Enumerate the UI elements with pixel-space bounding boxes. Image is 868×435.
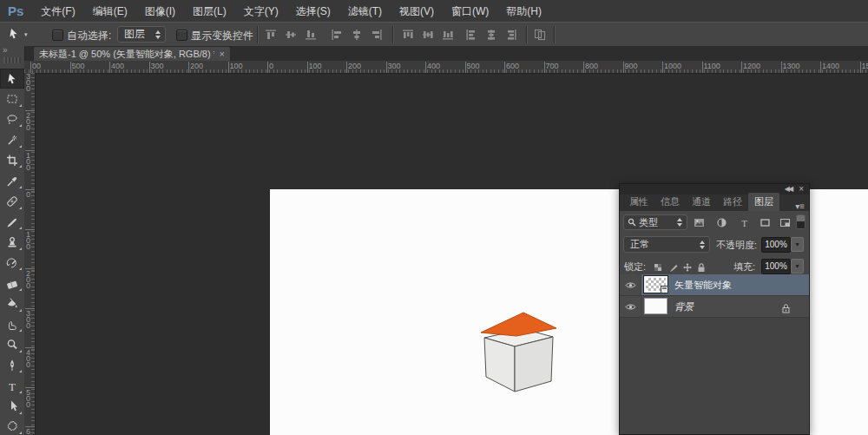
opacity-label[interactable]: 不透明度: [716,239,757,252]
panel-tab-1[interactable]: 信息 [654,193,686,211]
shape-tool[interactable] [0,417,24,435]
tool-flyout-indicator [19,329,22,332]
menu-item-8[interactable]: 窗口(W) [443,1,497,22]
panel-tab-4[interactable]: 图层 [748,193,779,211]
healing-brush-tool[interactable] [0,192,24,212]
menu-item-3[interactable]: 图层(L) [184,1,235,22]
ruler-tick [741,62,742,73]
ruler-tick [504,62,505,73]
dist-left-icon[interactable] [464,28,478,42]
path-select-tool[interactable] [0,397,24,417]
ruler-tick [70,62,71,73]
tool-flyout-indicator [19,432,22,434]
smart-object-thumbnail[interactable] [644,276,667,293]
close-tab-icon[interactable]: × [220,49,225,59]
opacity-dropdown-icon[interactable]: ▾ [791,237,804,252]
layer-row-0[interactable]: 矢量智能对象 [620,274,809,296]
background-thumbnail[interactable] [644,298,667,314]
layer-visibility-eye-icon[interactable] [620,296,641,317]
menu-item-7[interactable]: 视图(V) [391,1,443,22]
ruler-label: 0 [269,62,273,70]
blend-mode-dropdown[interactable]: 正常 [623,236,710,253]
auto-select-target-dropdown[interactable]: 图层 [117,26,166,43]
shape-layer-filter-icon[interactable] [760,216,771,232]
show-transform-checkbox[interactable] [176,30,187,41]
fill-value[interactable]: 100% [761,259,791,274]
dist-bottom-icon[interactable] [441,28,455,42]
menu-item-5[interactable]: 选择(S) [287,1,339,22]
auto-select-checkbox[interactable] [52,30,63,41]
align-h-center-icon[interactable] [350,28,364,42]
move-tool[interactable] [0,69,24,89]
menu-item-4[interactable]: 文字(Y) [235,1,287,22]
panel-tab-3[interactable]: 路径 [717,193,748,211]
pixel-layer-filter-icon[interactable] [694,216,705,232]
layer-row-1[interactable]: 背景 [620,296,809,318]
tool-flyout-indicator [19,350,22,353]
align-right-icon[interactable] [370,28,384,42]
document-tab[interactable]: 未标题-1 @ 50% (矢量智能对象, RGB/8) * × [33,46,231,61]
opacity-value[interactable]: 100% [761,237,791,253]
menu-item-0[interactable]: 文件(F) [32,1,83,22]
ruler-label: 100 [26,153,32,171]
type-layer-filter-icon[interactable]: T [739,216,750,232]
smudge-tool[interactable] [0,314,24,334]
collapse-toolbar-icon[interactable]: » [3,45,8,55]
tool-palette: » T [0,46,25,435]
auto-align-icon[interactable] [533,28,547,42]
layer-visibility-eye-icon[interactable] [620,274,641,295]
align-left-icon[interactable] [330,28,344,42]
eyedropper-tool[interactable] [0,171,24,191]
dodge-tool[interactable] [0,335,24,355]
eraser-tool[interactable] [0,274,24,293]
vertical-ruler[interactable]: 3002001000100200300400500600 [24,73,36,435]
options-bar: ▾ 自动选择: 图层 显示变换控件 [0,22,868,48]
align-bottom-icon[interactable] [304,28,318,42]
history-brush-tool[interactable] [0,253,24,273]
dist-right-icon[interactable] [504,28,518,42]
panel-menu-icon[interactable]: ▾≡ [795,201,805,211]
brush-tool[interactable] [0,212,24,232]
layer-filter-toggle[interactable] [796,214,806,229]
tool-flyout-indicator [19,227,22,229]
panel-tab-2[interactable]: 通道 [686,193,717,211]
adjustment-layer-filter-icon[interactable] [716,216,727,232]
svg-text:T: T [741,218,747,228]
menu-item-2[interactable]: 图像(I) [136,1,184,22]
smart-object-badge-icon [661,286,668,293]
smart-object-filter-icon[interactable] [779,216,791,232]
separator [526,26,527,43]
ruler-tick [623,62,624,73]
fill-dropdown-icon[interactable]: ▾ [791,259,804,274]
menu-item-9[interactable]: 帮助(H) [497,1,550,22]
type-tool[interactable]: T [0,376,24,396]
lasso-tool[interactable] [0,109,24,129]
magic-wand-tool[interactable] [0,130,24,150]
horizontal-ruler[interactable]: 0050040030020010001002003004005006007008… [24,61,868,74]
collapse-panels-icon[interactable]: ◀◀ [785,185,792,194]
align-v-center-icon[interactable] [284,28,298,42]
layer-name[interactable]: 矢量智能对象 [674,279,732,292]
pen-tool[interactable] [0,355,24,375]
ruler-tick [267,62,268,73]
fill-label[interactable]: 填充: [733,260,755,274]
tool-preset-caret-icon[interactable]: ▾ [24,31,28,38]
filter-type-dropdown[interactable]: 类型 [623,214,687,230]
ruler-label: 500 [72,62,85,70]
align-top-icon[interactable] [264,28,278,42]
marquee-tool[interactable] [0,89,24,109]
dist-top-icon[interactable] [401,28,415,42]
layer-name[interactable]: 背景 [674,300,694,313]
menu-item-1[interactable]: 编辑(E) [84,1,136,22]
dist-v-center-icon[interactable] [421,28,435,42]
paint-bucket-tool[interactable] [0,294,24,314]
toolbar-grabber[interactable] [3,57,21,63]
menu-item-6[interactable]: 滤镜(T) [339,1,391,22]
panel-tab-0[interactable]: 属性 [623,193,654,211]
close-panel-icon[interactable]: × [799,185,804,194]
crop-tool[interactable] [0,150,24,170]
ruler-label: 100 [309,62,322,70]
dist-h-center-icon[interactable] [484,28,498,42]
ruler-label: 1300 [783,62,800,70]
clone-stamp-tool[interactable] [0,233,24,253]
